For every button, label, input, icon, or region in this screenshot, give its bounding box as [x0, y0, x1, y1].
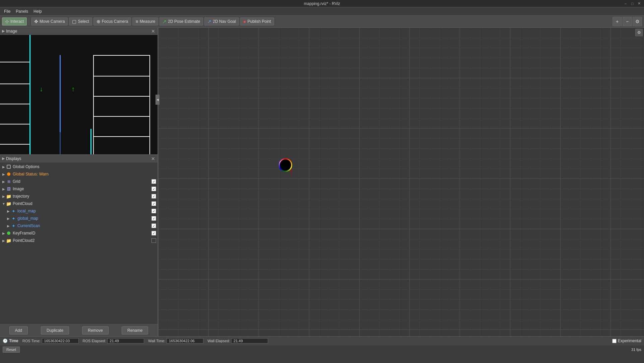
select-label: Select — [78, 19, 89, 24]
display-item-global-map[interactable]: ▶ ✦ global_map ✓ — [0, 215, 157, 222]
tool-measure[interactable]: ≡ Measure — [132, 17, 158, 25]
displays-bottom: Add Duplicate Remove Rename — [0, 324, 157, 336]
menu-help[interactable]: Help — [31, 8, 45, 14]
select-icon: ▢ — [72, 19, 76, 24]
display-item-grid[interactable]: ▶ ⊞ Grid ✓ — [0, 178, 157, 185]
expand-image[interactable]: ▶ — [1, 187, 6, 191]
expand-global-map[interactable]: ▶ — [6, 216, 11, 221]
ros-elapsed-value: 21.49 — [107, 338, 144, 344]
road-h-mark-5 — [0, 144, 29, 145]
expand-currentscan[interactable]: ▶ — [6, 223, 11, 228]
road-frame-right — [93, 55, 150, 154]
add-button[interactable]: Add — [9, 326, 28, 334]
tool-2d-nav[interactable]: ↗ 2D Nav Goal — [204, 17, 239, 25]
panel-toggle-arrow[interactable]: ◀ — [155, 95, 159, 105]
keyframeid-checkbox[interactable]: ✓ — [151, 231, 156, 236]
close-button[interactable]: ✕ — [637, 1, 641, 6]
viewport[interactable]: ↑ ⚙ — [158, 28, 644, 336]
displays-header: ▶ Displays ✕ — [0, 155, 157, 162]
image-panel-title: Image — [6, 29, 17, 34]
menu-panels[interactable]: Panels — [13, 8, 31, 14]
global-map-icon: ✦ — [11, 216, 16, 221]
publish-point-icon: ● — [243, 19, 246, 24]
toolbar-plus-button[interactable]: + — [613, 17, 622, 26]
green-arrow-1: ↓ — [40, 85, 43, 93]
tool-publish-point[interactable]: ● Publish Point — [240, 17, 274, 25]
display-item-local-map[interactable]: ▶ ✦ local_map ✓ — [0, 207, 157, 215]
displays-expand-icon[interactable]: ▶ — [2, 156, 5, 161]
pointcloud-icon: 📁 — [6, 201, 11, 206]
global-options-label: Global Options — [13, 164, 156, 169]
tool-select[interactable]: ▢ Select — [69, 17, 92, 25]
maximize-button[interactable]: □ — [630, 1, 635, 6]
menu-file[interactable]: File — [1, 8, 13, 14]
left-panel: ▶ Image ✕ — [0, 28, 158, 336]
expand-pointcloud2[interactable]: ▶ — [1, 238, 6, 243]
currentscan-label: CurrentScan — [17, 223, 151, 228]
expand-global-status[interactable]: ▶ — [1, 172, 6, 176]
ros-elapsed-key: ROS Elapsed: — [83, 339, 106, 343]
display-item-image[interactable]: ▶ 🖼 Image ✓ — [0, 185, 157, 193]
bottom-bar: Reset 31 fps — [0, 345, 644, 354]
2d-nav-icon: ↗ — [207, 19, 211, 24]
local-map-icon: ✦ — [11, 208, 16, 214]
currentscan-checkbox[interactable]: ✓ — [151, 223, 156, 228]
tool-interact[interactable]: ⊹ Interact — [2, 17, 27, 25]
road-h-mark-4 — [0, 124, 29, 124]
trajectory-checkbox[interactable]: ✓ — [151, 194, 156, 199]
displays-close[interactable]: ✕ — [151, 156, 155, 161]
expand-grid[interactable]: ▶ — [1, 179, 6, 184]
image-panel: ▶ Image ✕ — [0, 28, 157, 155]
move-camera-icon: ✥ — [34, 19, 38, 24]
road-h-mark-1 — [0, 62, 29, 62]
pointcloud-label: PointCloud — [13, 201, 151, 206]
display-item-trajectory[interactable]: ▶ 📁 trajectory ✓ — [0, 193, 157, 200]
image-checkbox[interactable]: ✓ — [151, 187, 156, 191]
duplicate-button[interactable]: Duplicate — [41, 326, 69, 334]
toolbar-minus-button[interactable]: − — [623, 17, 632, 26]
local-map-checkbox[interactable]: ✓ — [151, 209, 156, 213]
global-status-icon — [6, 171, 11, 177]
display-item-global-status[interactable]: ▶ Global Status: Warn — [0, 170, 157, 178]
global-status-label: Global Status: Warn — [13, 172, 156, 176]
grid-checkbox[interactable]: ✓ — [151, 179, 156, 184]
tool-focus-camera[interactable]: ⊕ Focus Camera — [93, 17, 131, 25]
tool-2d-pose[interactable]: ↗ 2D Pose Estimate — [159, 17, 203, 25]
publish-point-label: Publish Point — [248, 19, 271, 24]
experimental-checkbox[interactable] — [612, 339, 617, 343]
remove-button[interactable]: Remove — [82, 326, 109, 334]
rename-button[interactable]: Rename — [122, 326, 148, 334]
focus-camera-icon: ⊕ — [96, 19, 101, 24]
display-item-pointcloud2[interactable]: ▶ 📁 PointCloud2 — [0, 237, 157, 244]
tool-move-camera[interactable]: ✥ Move Camera — [31, 17, 68, 25]
ros-time-value: 1653630422.03 — [42, 338, 79, 344]
move-camera-label: Move Camera — [40, 19, 65, 24]
expand-local-map[interactable]: ▶ — [6, 209, 11, 213]
wall-elapsed-value: 21.49 — [231, 338, 268, 344]
image-canvas: ↓ ↑ ❯ ❯ — [0, 35, 157, 154]
displays-panel: ▶ Displays ✕ ▶ Global Options ▶ — [0, 155, 157, 336]
display-item-keyframeid[interactable]: ▶ KeyFrameID ✓ — [0, 229, 157, 237]
global-map-checkbox[interactable]: ✓ — [151, 216, 156, 221]
displays-title: Displays — [6, 156, 21, 161]
pointcloud2-checkbox[interactable] — [151, 238, 156, 243]
expand-pointcloud[interactable]: ▼ — [1, 201, 6, 206]
measure-icon: ≡ — [135, 19, 138, 24]
display-item-pointcloud[interactable]: ▼ 📁 PointCloud ✓ — [0, 200, 157, 207]
image-panel-close[interactable]: ✕ — [151, 29, 155, 34]
image-panel-expand[interactable]: ▶ — [2, 29, 5, 33]
display-item-currentscan[interactable]: ▶ ✦ CurrentScan ✓ — [0, 222, 157, 229]
image-panel-header: ▶ Image ✕ — [0, 28, 157, 35]
toolbar-settings-button[interactable]: ⚙ — [633, 17, 642, 26]
reset-button[interactable]: Reset — [3, 347, 20, 353]
pointcloud2-icon: 📁 — [6, 238, 11, 243]
viewport-settings-btn[interactable]: ⚙ — [635, 29, 643, 36]
expand-global-options[interactable]: ▶ — [1, 164, 6, 169]
expand-keyframeid[interactable]: ▶ — [1, 231, 6, 236]
pointcloud-checkbox[interactable]: ✓ — [151, 201, 156, 206]
wall-time-value: 1653630422.06 — [167, 338, 203, 344]
display-item-global-options[interactable]: ▶ Global Options — [0, 163, 157, 170]
viewport-settings: ⚙ — [635, 29, 643, 36]
expand-trajectory[interactable]: ▶ — [1, 194, 6, 199]
minimize-button[interactable]: − — [623, 1, 628, 6]
